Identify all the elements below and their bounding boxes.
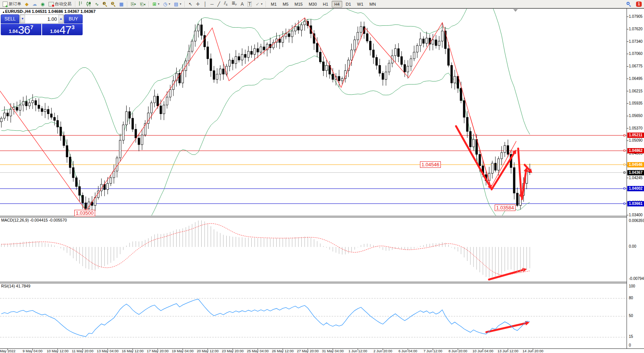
text-label-button[interactable]: T bbox=[246, 0, 254, 8]
templates-button[interactable]: ▤▾ bbox=[172, 0, 183, 8]
mt4-window: + 新订单 ◆ ☁ ◉ 自动交易 ꟾ╵ ∿ + − ▦ ⎘▸ ⎗◂ ⊞▾ ◷▾ … bbox=[0, 0, 644, 353]
sell-price-prefix: 1.04 bbox=[9, 29, 17, 34]
thick-arrows bbox=[456, 126, 532, 332]
text-label-icon: T bbox=[248, 2, 252, 7]
signals-button[interactable]: ◉ bbox=[39, 0, 46, 8]
bar-chart-button[interactable]: ꟾ╵ bbox=[77, 0, 85, 8]
zoom-in-button[interactable]: + bbox=[101, 0, 109, 8]
periods-button[interactable]: ◷▾ bbox=[161, 0, 172, 8]
toolbar-separator bbox=[75, 1, 75, 7]
fibonacci-icon: ≣F bbox=[232, 1, 237, 7]
toolbar-separator bbox=[266, 1, 266, 7]
sell-price[interactable]: 1.04 36 7 bbox=[1, 24, 41, 35]
timeframe-button-h4[interactable]: H4 bbox=[332, 1, 342, 8]
pane-frames bbox=[0, 8, 644, 349]
timeframe-button-m5[interactable]: M5 bbox=[280, 1, 291, 8]
text-button[interactable]: A bbox=[239, 0, 246, 8]
candlestick-chart-icon bbox=[86, 2, 91, 6]
bollinger-bands bbox=[2, 0, 530, 235]
zoom-out-button[interactable]: − bbox=[109, 0, 118, 8]
horizontal-line-button[interactable]: ─ bbox=[208, 0, 216, 8]
trendline-icon: ╱ bbox=[217, 2, 220, 6]
templates-icon: ▤ bbox=[174, 2, 178, 6]
new-order-icon: + bbox=[3, 2, 8, 7]
chart-canvas[interactable] bbox=[0, 0, 644, 353]
volume-down-button[interactable]: ▼ bbox=[20, 15, 25, 23]
cursor-button[interactable]: ↖ bbox=[186, 0, 194, 8]
timeframe-button-m30[interactable]: M30 bbox=[306, 1, 319, 8]
timeframe-button-d1[interactable]: D1 bbox=[343, 1, 354, 8]
text-icon: A bbox=[241, 2, 244, 6]
timeframe-button-m15[interactable]: M15 bbox=[292, 1, 305, 8]
buy-price-big: 47 bbox=[60, 25, 71, 35]
search-button[interactable] bbox=[625, 0, 633, 8]
timeframe-button-mn[interactable]: MN bbox=[367, 1, 379, 8]
rsi-line bbox=[2, 299, 530, 337]
candles bbox=[0, 18, 531, 213]
macd-signal-line bbox=[2, 223, 530, 275]
rsi-pane bbox=[0, 298, 627, 337]
trendline-button[interactable]: ╱ bbox=[215, 0, 222, 8]
axis-ticks bbox=[8, 17, 628, 350]
sell-price-pip: 7 bbox=[30, 24, 33, 30]
zoom-out-icon: − bbox=[111, 2, 116, 6]
buy-price-prefix: 1.04 bbox=[50, 29, 59, 34]
vertical-line-button[interactable]: │ bbox=[202, 0, 208, 8]
line-chart-button[interactable]: ∿ bbox=[93, 0, 100, 8]
new-order-label: 新订单 bbox=[9, 1, 21, 7]
cloud-button[interactable]: ☁ bbox=[30, 0, 39, 8]
fibonacci-button[interactable]: ≣F bbox=[230, 0, 239, 8]
toolbar-separator bbox=[185, 1, 185, 7]
styler-icon: ◆ bbox=[25, 2, 28, 6]
cloud-icon: ☁ bbox=[32, 2, 37, 6]
equidistant-channel-icon: ⫽E bbox=[224, 1, 228, 7]
signals-icon: ◉ bbox=[41, 2, 44, 6]
main-toolbar: + 新订单 ◆ ☁ ◉ 自动交易 ꟾ╵ ∿ + − ▦ ⎘▸ ⎗◂ ⊞▾ ◷▾ … bbox=[0, 0, 644, 8]
autotrading-label: 自动交易 bbox=[55, 1, 72, 7]
notification-icon[interactable]: 1 bbox=[636, 2, 642, 7]
crosshair-icon: ✛ bbox=[196, 2, 200, 6]
new-order-button[interactable]: + 新订单 bbox=[1, 0, 23, 8]
timeframe-bar: M1M5M15M30H1H4D1W1MN bbox=[268, 2, 379, 7]
indicators-button[interactable]: ⊞▾ bbox=[150, 0, 161, 8]
tile-windows-button[interactable]: ▦ bbox=[118, 0, 125, 8]
toolbar-separator bbox=[127, 1, 127, 7]
arrow-objects-icon: ✓ bbox=[255, 2, 259, 6]
timeframe-button-w1[interactable]: W1 bbox=[354, 1, 366, 8]
shift-marker-icon bbox=[513, 9, 518, 12]
cursor-icon: ↖ bbox=[188, 2, 192, 6]
line-chart-icon: ∿ bbox=[95, 2, 99, 6]
autotrading-button[interactable]: 自动交易 bbox=[47, 0, 74, 8]
crosshair-button[interactable]: ✛ bbox=[194, 0, 202, 8]
macd-pane bbox=[2, 220, 530, 278]
tile-windows-icon: ▦ bbox=[119, 2, 124, 6]
one-click-trade-panel: SELL ▼ ▲ BUY 1.04 36 7 1.04 47 3 bbox=[1, 14, 83, 35]
chart-shift-button[interactable]: ⎗◂ bbox=[138, 0, 147, 8]
autotrading-icon bbox=[49, 2, 54, 6]
buy-price[interactable]: 1.04 47 3 bbox=[42, 24, 83, 35]
chart-title: ▴EURUSD-,H4 1.04531 1.04686 1.04367 1.04… bbox=[3, 9, 96, 14]
candlestick-chart-button[interactable] bbox=[85, 0, 93, 8]
volume-input[interactable] bbox=[25, 15, 59, 23]
sell-button[interactable]: SELL bbox=[1, 14, 19, 23]
zoom-in-icon: + bbox=[103, 2, 107, 6]
clock-icon: ◷ bbox=[163, 2, 167, 6]
toolbar-separator bbox=[149, 1, 149, 7]
arrows-button[interactable]: ✓▾ bbox=[254, 0, 264, 8]
price-level-lines bbox=[0, 135, 627, 203]
styler-button[interactable]: ◆ bbox=[23, 0, 30, 8]
vertical-line-icon: │ bbox=[204, 2, 207, 6]
timeframe-button-h1[interactable]: H1 bbox=[320, 1, 331, 8]
search-icon bbox=[627, 2, 631, 6]
buy-button[interactable]: BUY bbox=[64, 14, 83, 23]
indicators-icon: ⊞ bbox=[152, 2, 156, 6]
chart-shift-icon: ⎗◂ bbox=[140, 2, 145, 6]
horizontal-line-icon: ─ bbox=[210, 2, 214, 6]
timeframe-button-m1[interactable]: M1 bbox=[268, 1, 279, 8]
chart-marker-icon: ▴ bbox=[3, 10, 5, 14]
auto-scroll-button[interactable]: ⎘▸ bbox=[129, 0, 138, 8]
bar-chart-icon: ꟾ╵ bbox=[79, 2, 83, 6]
sell-price-big: 36 bbox=[18, 25, 30, 35]
equidistant-channel-button[interactable]: ⫽E bbox=[222, 0, 230, 8]
volume-up-button[interactable]: ▲ bbox=[58, 15, 63, 23]
